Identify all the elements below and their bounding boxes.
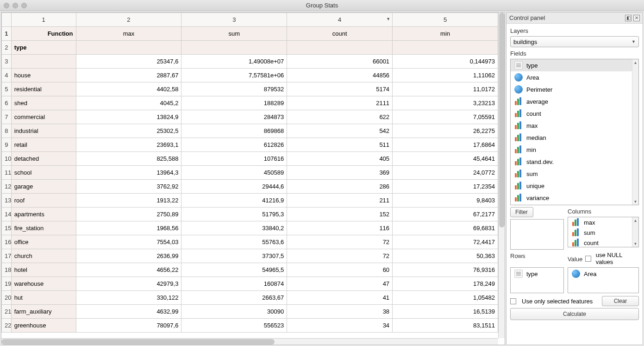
list-item[interactable]: count (511, 107, 638, 120)
list-item[interactable]: count (568, 238, 638, 248)
rownum[interactable]: 12 (2, 180, 12, 194)
data-cell[interactable]: 66001 (287, 55, 393, 69)
func-col-0[interactable]: max (76, 27, 181, 41)
list-item[interactable]: type (511, 268, 563, 280)
clear-button[interactable]: Clear (602, 296, 639, 306)
type-cell[interactable]: residential (11, 82, 76, 96)
data-cell[interactable]: 825,588 (76, 152, 181, 166)
data-cell[interactable]: 284873 (181, 110, 287, 124)
data-cell[interactable]: 116 (287, 221, 393, 235)
type-cell[interactable]: church (11, 249, 76, 263)
type-cell[interactable] (11, 55, 76, 69)
colnum-5[interactable]: 5 (393, 13, 498, 27)
data-cell[interactable]: 2887,67 (76, 69, 181, 82)
filter-button[interactable]: Filter (510, 207, 533, 217)
data-cell[interactable]: 54965,5 (181, 263, 287, 277)
table-row[interactable]: 20 hut330,1222663,67411,05482 (2, 291, 498, 305)
colnum-2[interactable]: 2 (76, 13, 181, 27)
type-cell[interactable]: office (11, 235, 76, 249)
func-col-3[interactable]: min (393, 27, 498, 41)
data-cell[interactable]: 556523 (181, 319, 287, 333)
data-cell[interactable]: 13824,9 (76, 110, 181, 124)
data-cell[interactable]: 26,2275 (393, 124, 498, 138)
type-cell[interactable]: commercial (11, 110, 76, 124)
rownum[interactable]: 13 (2, 194, 12, 208)
data-cell[interactable]: 160874 (181, 277, 287, 291)
rownum[interactable]: 5 (2, 82, 12, 96)
data-cell[interactable]: 13964,3 (76, 166, 181, 180)
data-cell[interactable]: 37307,5 (181, 249, 287, 263)
rownum[interactable]: 14 (2, 208, 12, 221)
data-cell[interactable]: 4045,2 (76, 96, 181, 110)
type-cell[interactable]: house (11, 69, 76, 82)
list-item[interactable]: max (511, 120, 638, 132)
data-cell[interactable]: 16,5139 (393, 305, 498, 319)
data-cell[interactable]: 3,23213 (393, 96, 498, 110)
data-cell[interactable]: 69,6831 (393, 221, 498, 235)
data-cell[interactable]: 25302,5 (76, 124, 181, 138)
data-cell[interactable]: 612826 (181, 138, 287, 152)
rownum[interactable]: 9 (2, 138, 12, 152)
table-row[interactable]: 6 shed4045,218828921113,23213 (2, 96, 498, 110)
columns-scrollbar[interactable]: ▲▼ (632, 217, 638, 247)
data-cell[interactable]: 107616 (181, 152, 287, 166)
type-header[interactable]: type (11, 41, 76, 55)
type-cell[interactable]: apartments (11, 208, 76, 221)
table-row[interactable]: 14 apartments2750,8951795,315267,2177 (2, 208, 498, 221)
chevron-down-icon[interactable]: ▼ (386, 17, 390, 21)
list-item[interactable]: max (568, 217, 638, 227)
data-cell[interactable]: 78097,6 (76, 319, 181, 333)
data-cell[interactable]: 83,1511 (393, 319, 498, 333)
data-cell[interactable]: 369 (287, 166, 393, 180)
data-cell[interactable]: 9,8403 (393, 194, 498, 208)
rownum[interactable]: 16 (2, 235, 12, 249)
panel-close-icon[interactable]: ✕ (633, 15, 640, 21)
table-row[interactable]: 19 warehouse42979,316087447178,249 (2, 277, 498, 291)
rownum[interactable]: 20 (2, 291, 12, 305)
data-cell[interactable]: 25347,6 (76, 55, 181, 69)
rownum[interactable]: 6 (2, 96, 12, 110)
corner-cell[interactable] (2, 13, 12, 27)
table-row[interactable]: 21 farm_auxiliary4632,99300903816,5139 (2, 305, 498, 319)
data-cell[interactable]: 29444,6 (181, 180, 287, 194)
data-cell[interactable]: 511 (287, 138, 393, 152)
data-cell[interactable]: 24,0772 (393, 166, 498, 180)
list-item[interactable]: min (511, 144, 638, 156)
data-cell[interactable]: 72 (287, 249, 393, 263)
data-cell[interactable]: 17,2354 (393, 180, 498, 194)
type-cell[interactable]: school (11, 166, 76, 180)
data-cell[interactable]: 50,363 (393, 249, 498, 263)
data-cell[interactable]: 47 (287, 277, 393, 291)
data-cell[interactable]: 879532 (181, 82, 287, 96)
value-dropbox[interactable]: Area (568, 267, 639, 293)
rownum[interactable]: 2 (2, 41, 12, 55)
data-cell[interactable]: 869868 (181, 124, 287, 138)
rownum[interactable]: 10 (2, 152, 12, 166)
data-cell[interactable]: 1913,22 (76, 194, 181, 208)
vertical-scrollbar[interactable] (498, 13, 505, 338)
table-row[interactable]: 16 office7554,0355763,67272,4417 (2, 235, 498, 249)
type-cell[interactable]: garage (11, 180, 76, 194)
filter-box[interactable] (510, 219, 564, 250)
list-item[interactable]: Perimeter (511, 83, 638, 95)
data-cell[interactable]: 7,05591 (393, 110, 498, 124)
table-row[interactable]: 17 church2636,9937307,57250,363 (2, 249, 498, 263)
rownum[interactable]: 22 (2, 319, 12, 333)
data-cell[interactable]: 41 (287, 291, 393, 305)
rownum[interactable]: 8 (2, 124, 12, 138)
list-item[interactable]: unique (511, 180, 638, 192)
list-item[interactable]: average (511, 95, 638, 107)
data-cell[interactable]: 2663,67 (181, 291, 287, 305)
data-cell[interactable]: 542 (287, 124, 393, 138)
rownum[interactable]: 3 (2, 55, 12, 69)
rownum[interactable]: 19 (2, 277, 12, 291)
list-item[interactable]: variance (511, 192, 638, 204)
list-item[interactable]: Area (568, 268, 638, 280)
data-cell[interactable]: 152 (287, 208, 393, 221)
data-cell[interactable]: 7,57581e+06 (181, 69, 287, 82)
data-cell[interactable]: 60 (287, 263, 393, 277)
data-cell[interactable]: 42979,3 (76, 277, 181, 291)
data-cell[interactable]: 11,0172 (393, 82, 498, 96)
data-cell[interactable]: 450589 (181, 166, 287, 180)
data-cell[interactable]: 72 (287, 235, 393, 249)
